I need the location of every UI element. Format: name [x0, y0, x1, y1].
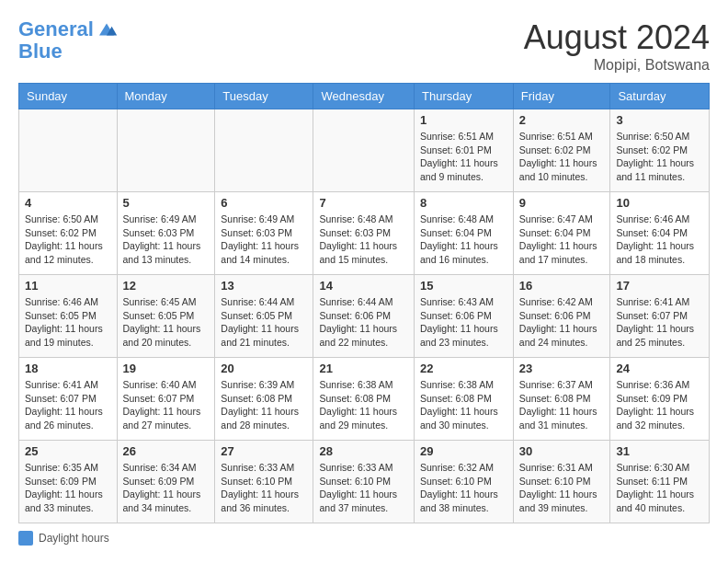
- title-block: August 2024 Mopipi, Botswana: [524, 18, 710, 74]
- day-number: 2: [519, 113, 605, 127]
- calendar-cell: 2Sunrise: 6:51 AM Sunset: 6:02 PM Daylig…: [513, 109, 610, 192]
- calendar-cell: 28Sunrise: 6:33 AM Sunset: 6:10 PM Dayli…: [313, 441, 415, 523]
- day-number: 17: [616, 279, 703, 293]
- logo-line2: Blue: [18, 40, 118, 63]
- calendar-cell: 17Sunrise: 6:41 AM Sunset: 6:07 PM Dayli…: [610, 275, 710, 358]
- calendar-cell: 25Sunrise: 6:35 AM Sunset: 6:09 PM Dayli…: [19, 441, 118, 523]
- weekday-header-wednesday: Wednesday: [313, 84, 415, 109]
- day-info: Sunrise: 6:34 AM Sunset: 6:09 PM Dayligh…: [123, 461, 210, 515]
- weekday-header-row: SundayMondayTuesdayWednesdayThursdayFrid…: [19, 84, 710, 109]
- calendar-cell: 11Sunrise: 6:46 AM Sunset: 6:05 PM Dayli…: [19, 275, 118, 358]
- day-number: 22: [420, 362, 507, 375]
- logo-icon: [96, 18, 118, 40]
- calendar-cell: 18Sunrise: 6:41 AM Sunset: 6:07 PM Dayli…: [19, 358, 118, 441]
- week-row-1: 1Sunrise: 6:51 AM Sunset: 6:01 PM Daylig…: [19, 109, 710, 192]
- day-number: 26: [123, 444, 210, 458]
- day-number: 10: [616, 196, 703, 210]
- calendar-cell: 27Sunrise: 6:33 AM Sunset: 6:10 PM Dayli…: [215, 441, 313, 523]
- day-number: 11: [25, 279, 111, 293]
- day-info: Sunrise: 6:39 AM Sunset: 6:08 PM Dayligh…: [221, 378, 307, 432]
- day-number: 6: [221, 196, 307, 210]
- day-number: 27: [221, 444, 307, 458]
- day-number: 31: [616, 444, 703, 458]
- calendar-cell: 16Sunrise: 6:42 AM Sunset: 6:06 PM Dayli…: [513, 275, 610, 358]
- week-row-2: 4Sunrise: 6:50 AM Sunset: 6:02 PM Daylig…: [19, 192, 710, 275]
- calendar-cell: 20Sunrise: 6:39 AM Sunset: 6:08 PM Dayli…: [215, 358, 313, 441]
- day-number: 14: [319, 279, 408, 293]
- day-number: 16: [519, 279, 605, 293]
- calendar-cell: 4Sunrise: 6:50 AM Sunset: 6:02 PM Daylig…: [19, 192, 118, 275]
- day-number: 8: [420, 196, 507, 210]
- day-number: 19: [123, 362, 210, 375]
- calendar-cell: 22Sunrise: 6:38 AM Sunset: 6:08 PM Dayli…: [415, 358, 514, 441]
- month-year: August 2024: [524, 18, 710, 57]
- day-info: Sunrise: 6:37 AM Sunset: 6:08 PM Dayligh…: [519, 378, 605, 432]
- day-info: Sunrise: 6:50 AM Sunset: 6:02 PM Dayligh…: [616, 130, 703, 184]
- calendar-cell: 12Sunrise: 6:45 AM Sunset: 6:05 PM Dayli…: [117, 275, 215, 358]
- calendar-cell: [313, 109, 415, 192]
- day-info: Sunrise: 6:49 AM Sunset: 6:03 PM Dayligh…: [123, 213, 210, 267]
- calendar-cell: [19, 109, 118, 192]
- calendar-cell: 19Sunrise: 6:40 AM Sunset: 6:07 PM Dayli…: [117, 358, 215, 441]
- week-row-3: 11Sunrise: 6:46 AM Sunset: 6:05 PM Dayli…: [19, 275, 710, 358]
- legend-item: Daylight hours: [18, 531, 710, 546]
- day-number: 24: [616, 362, 703, 375]
- day-info: Sunrise: 6:50 AM Sunset: 6:02 PM Dayligh…: [25, 213, 111, 267]
- day-info: Sunrise: 6:44 AM Sunset: 6:06 PM Dayligh…: [319, 295, 408, 350]
- calendar-cell: 15Sunrise: 6:43 AM Sunset: 6:06 PM Dayli…: [415, 275, 514, 358]
- day-number: 3: [616, 113, 703, 127]
- day-info: Sunrise: 6:36 AM Sunset: 6:09 PM Dayligh…: [616, 378, 703, 432]
- calendar-cell: 8Sunrise: 6:48 AM Sunset: 6:04 PM Daylig…: [415, 192, 514, 275]
- calendar-cell: 1Sunrise: 6:51 AM Sunset: 6:01 PM Daylig…: [415, 109, 514, 192]
- calendar-cell: 6Sunrise: 6:49 AM Sunset: 6:03 PM Daylig…: [215, 192, 313, 275]
- logo: General Blue: [18, 18, 118, 63]
- day-info: Sunrise: 6:35 AM Sunset: 6:09 PM Dayligh…: [25, 461, 111, 515]
- day-info: Sunrise: 6:30 AM Sunset: 6:11 PM Dayligh…: [616, 461, 703, 515]
- calendar-cell: 30Sunrise: 6:31 AM Sunset: 6:10 PM Dayli…: [513, 441, 610, 523]
- day-number: 30: [519, 444, 605, 458]
- legend-box: [18, 531, 33, 546]
- day-info: Sunrise: 6:46 AM Sunset: 6:05 PM Dayligh…: [25, 295, 111, 350]
- day-info: Sunrise: 6:46 AM Sunset: 6:04 PM Dayligh…: [616, 213, 703, 267]
- day-number: 9: [519, 196, 605, 210]
- day-number: 21: [319, 362, 408, 375]
- day-number: 15: [420, 279, 507, 293]
- day-info: Sunrise: 6:42 AM Sunset: 6:06 PM Dayligh…: [519, 295, 605, 350]
- day-number: 29: [420, 444, 507, 458]
- legend-label: Daylight hours: [39, 532, 109, 545]
- calendar-cell: 5Sunrise: 6:49 AM Sunset: 6:03 PM Daylig…: [117, 192, 215, 275]
- calendar-cell: 10Sunrise: 6:46 AM Sunset: 6:04 PM Dayli…: [610, 192, 710, 275]
- day-number: 25: [25, 444, 111, 458]
- day-number: 13: [221, 279, 307, 293]
- calendar-cell: 23Sunrise: 6:37 AM Sunset: 6:08 PM Dayli…: [513, 358, 610, 441]
- logo-text: General: [18, 18, 94, 40]
- week-row-4: 18Sunrise: 6:41 AM Sunset: 6:07 PM Dayli…: [19, 358, 710, 441]
- day-info: Sunrise: 6:48 AM Sunset: 6:04 PM Dayligh…: [420, 213, 507, 267]
- day-info: Sunrise: 6:51 AM Sunset: 6:01 PM Dayligh…: [420, 130, 507, 184]
- calendar-cell: 21Sunrise: 6:38 AM Sunset: 6:08 PM Dayli…: [313, 358, 415, 441]
- location: Mopipi, Botswana: [524, 57, 710, 74]
- legend: Daylight hours: [18, 531, 710, 546]
- calendar-cell: 9Sunrise: 6:47 AM Sunset: 6:04 PM Daylig…: [513, 192, 610, 275]
- day-info: Sunrise: 6:33 AM Sunset: 6:10 PM Dayligh…: [319, 461, 408, 515]
- day-number: 5: [123, 196, 210, 210]
- calendar-cell: 24Sunrise: 6:36 AM Sunset: 6:09 PM Dayli…: [610, 358, 710, 441]
- day-number: 28: [319, 444, 408, 458]
- weekday-header-sunday: Sunday: [19, 84, 118, 109]
- day-number: 23: [519, 362, 605, 375]
- day-info: Sunrise: 6:41 AM Sunset: 6:07 PM Dayligh…: [25, 378, 111, 432]
- day-info: Sunrise: 6:32 AM Sunset: 6:10 PM Dayligh…: [420, 461, 507, 515]
- day-number: 4: [25, 196, 111, 210]
- day-number: 18: [25, 362, 111, 375]
- calendar-cell: 3Sunrise: 6:50 AM Sunset: 6:02 PM Daylig…: [610, 109, 710, 192]
- calendar-cell: 29Sunrise: 6:32 AM Sunset: 6:10 PM Dayli…: [415, 441, 514, 523]
- weekday-header-tuesday: Tuesday: [215, 84, 313, 109]
- calendar-table: SundayMondayTuesdayWednesdayThursdayFrid…: [18, 83, 710, 523]
- calendar-cell: [215, 109, 313, 192]
- day-number: 12: [123, 279, 210, 293]
- calendar-cell: 14Sunrise: 6:44 AM Sunset: 6:06 PM Dayli…: [313, 275, 415, 358]
- day-info: Sunrise: 6:31 AM Sunset: 6:10 PM Dayligh…: [519, 461, 605, 515]
- day-info: Sunrise: 6:38 AM Sunset: 6:08 PM Dayligh…: [319, 378, 408, 432]
- weekday-header-monday: Monday: [117, 84, 215, 109]
- day-number: 20: [221, 362, 307, 375]
